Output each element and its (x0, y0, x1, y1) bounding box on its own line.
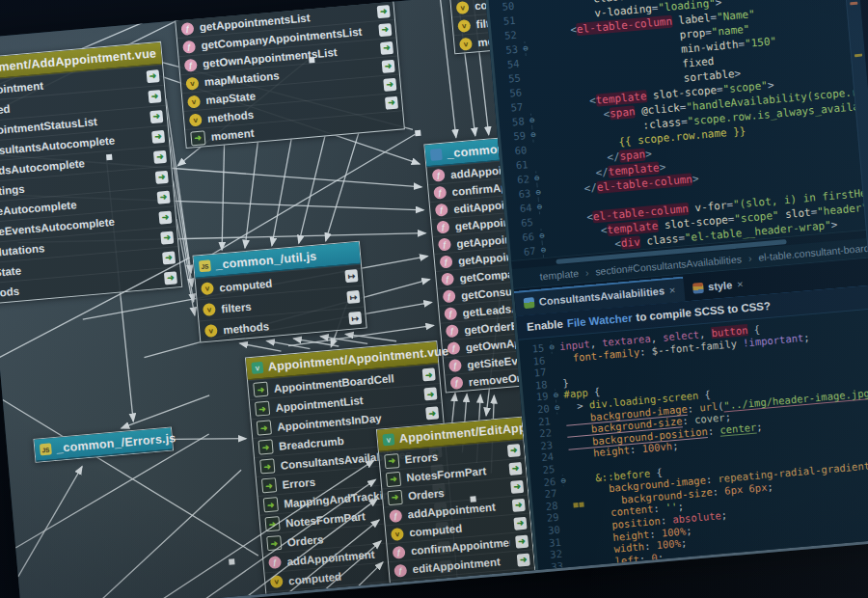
fold-gutter[interactable]: ⊖ (525, 127, 541, 143)
fold-gutter[interactable] (562, 558, 578, 559)
dependency-arrow-icon: ➜ (149, 110, 163, 123)
dependency-arrow-icon: ➜ (160, 231, 174, 244)
token-pl: ; (724, 411, 731, 423)
node-member-getAppointment[interactable]: ƒgetAppointment➜ (392, 585, 535, 598)
code-text: } (562, 376, 569, 389)
css-file-icon (524, 297, 535, 309)
diagram-node-n2[interactable]: Vvcomputed➜ƒgetAppointmentsList➜ƒgetComp… (171, 0, 405, 149)
fold-gutter[interactable]: ⊖ (549, 401, 565, 415)
fold-gutter[interactable]: ⊖ (529, 171, 545, 186)
breadcrumb-item[interactable]: template (539, 267, 579, 282)
dependency-arrow-icon: ➜ (441, 580, 454, 593)
dependency-arrow-icon: ➜ (513, 516, 527, 530)
diagram-node-_common_/Errors.js[interactable]: JS_common_/Errors.js (33, 426, 174, 462)
connector-endpoint (415, 130, 421, 137)
close-icon[interactable]: × (668, 284, 675, 296)
error-stripe-mark[interactable] (850, 2, 857, 6)
fold-gutter[interactable] (558, 510, 574, 511)
fold-gutter[interactable]: ⊖ (517, 41, 533, 56)
token-pl: > (767, 79, 774, 93)
fold-gutter[interactable] (520, 69, 535, 70)
editor-vue-template[interactable]: 50 class="consultant-board-table"51 v-lo… (488, 0, 868, 260)
fold-gutter[interactable] (559, 522, 575, 523)
node-header[interactable]: V (172, 0, 391, 2)
fold-gutter[interactable] (516, 26, 531, 27)
close-icon[interactable]: × (737, 278, 744, 290)
dependency-arrow-icon: ➜ (157, 190, 171, 204)
component-icon: ➜ (259, 458, 275, 474)
token-pl: , (698, 327, 712, 340)
dependency-diagram-panel[interactable]: VAppointment/AddAppointment.vueƒaddAppoi… (0, 0, 535, 598)
dependency-arrow-icon: ➜ (508, 461, 522, 475)
dependency-arrow-icon: ➜ (515, 534, 529, 548)
method-icon: ƒ (440, 255, 453, 268)
token-pl: : (687, 401, 700, 414)
error-stripe-mark[interactable] (854, 54, 862, 58)
fold-gutter[interactable]: ⊖ (556, 474, 572, 487)
fold-gutter[interactable] (521, 84, 536, 85)
fold-gutter[interactable] (555, 462, 570, 463)
node-header[interactable]: JS_common_/Errors.js (34, 427, 172, 461)
vue-option-icon: v (185, 76, 199, 90)
token-pl: } (562, 376, 569, 389)
token-pl: ; (756, 421, 763, 433)
node-member-editAppointment[interactable]: ƒeditAppointment➜ (268, 594, 460, 598)
diagram-node-Appointment/EditAppointment.vue[interactable]: VAppointment/EditAppointment.vue➜Errors➜… (376, 417, 535, 598)
style-file-icon (692, 282, 704, 293)
fold-gutter[interactable] (560, 534, 576, 535)
file-watcher-link[interactable]: File Watcher (566, 312, 633, 329)
method-icon: ƒ (184, 58, 198, 71)
dependency-arrow-icon: ↦ (344, 269, 358, 283)
token-pl: , (650, 332, 664, 344)
fold-gutter[interactable]: ⊖ (544, 340, 560, 354)
token-pl: : (653, 502, 666, 514)
token-num: 6px (724, 483, 744, 497)
token-tag: span (610, 105, 637, 120)
breadcrumb-separator: › (747, 252, 752, 263)
fold-gutter[interactable] (557, 498, 573, 499)
fold-gutter[interactable]: ⊖ (530, 185, 547, 201)
method-icon: ƒ (433, 186, 447, 200)
editor-scss[interactable]: 15⊖input, textarea, select, button {16 f… (518, 307, 868, 570)
fold-gutter[interactable] (528, 156, 543, 157)
fold-gutter[interactable]: ⊖ (535, 242, 552, 258)
vue-option-icon: v (201, 282, 214, 295)
breadcrumb-separator: › (584, 266, 589, 278)
token-fn: url (699, 400, 719, 414)
editor-panel: 50 class="consultant-board-table"51 v-lo… (485, 0, 868, 570)
method-icon: ƒ (436, 221, 449, 234)
fold-gutter[interactable] (515, 12, 530, 13)
fold-gutter[interactable] (546, 365, 561, 366)
token-num: 6px (748, 481, 768, 495)
fold-gutter[interactable] (552, 437, 567, 438)
diagram-node-_common_/util.js[interactable]: JS_common_/util.jsvcomputed↦vfilters↦vme… (192, 241, 366, 343)
fold-gutter[interactable] (561, 546, 577, 547)
vue-file-icon: V (382, 433, 394, 446)
screen-photo: VAppointment/AddAppointment.vueƒaddAppoi… (0, 0, 868, 598)
fold-gutter[interactable]: ⊖ (533, 229, 550, 244)
node-title: _common_/Errors.js (56, 431, 176, 455)
dependency-arrow-icon: ➜ (518, 571, 531, 584)
line-number: 33 (538, 559, 564, 570)
js-file-icon: JS (40, 443, 52, 455)
token-tag: div (620, 235, 640, 250)
component-icon: ➜ (258, 439, 273, 454)
vue-option-icon: v (459, 37, 473, 50)
fold-gutter[interactable]: ⊖ (531, 200, 548, 215)
token-pl: ; (803, 331, 810, 343)
fold-gutter[interactable] (523, 98, 538, 99)
method-icon: ƒ (441, 272, 454, 285)
component-icon: ➜ (266, 535, 282, 551)
method-icon: ƒ (443, 289, 456, 303)
diagram-node-Appointment/AddAppointment.vue[interactable]: VAppointment/AddAppointment.vueƒaddAppoi… (0, 41, 182, 308)
method-icon: ƒ (448, 359, 462, 372)
dependency-arrow-icon: ➜ (153, 150, 167, 163)
dependency-arrow-icon: ➜ (155, 170, 169, 183)
dependency-arrow-icon: ➜ (520, 589, 533, 598)
fold-gutter[interactable] (554, 449, 569, 450)
fold-gutter[interactable] (547, 377, 562, 378)
fold-gutter[interactable]: ⊖ (524, 113, 540, 128)
token-pl: > (734, 68, 742, 81)
fold-gutter[interactable] (551, 425, 566, 426)
dependency-arrow-icon: ➜ (425, 406, 439, 420)
